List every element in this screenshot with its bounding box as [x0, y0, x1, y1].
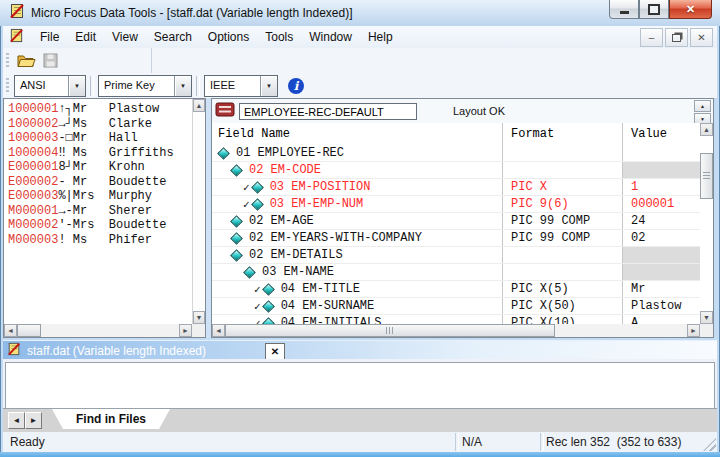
layout-status-label: Layout OK — [453, 105, 505, 117]
scrollbar-corner — [700, 324, 713, 337]
scrollbar-thumb[interactable] — [17, 324, 41, 337]
field-diamond-icon — [262, 300, 275, 313]
field-diamond-icon — [230, 215, 243, 228]
title-bar[interactable]: Micro Focus Data Tools - [staff.dat (Var… — [0, 0, 720, 26]
mdi-close-button[interactable]: ✕ — [690, 28, 713, 47]
chevron-down-icon[interactable]: ▼ — [174, 76, 191, 96]
table-header: Field Name Format Value — [212, 123, 700, 146]
scroll-left-icon: ◄ — [13, 416, 21, 425]
records-horizontal-scrollbar[interactable]: ◄ ► — [4, 324, 192, 337]
field-diamond-icon — [262, 283, 275, 296]
document-tab-bar: staff.dat (Variable length Indexed) ✕ — [3, 340, 717, 360]
save-file-button[interactable] — [38, 50, 62, 71]
charset-combo[interactable]: ANSI ▼ — [14, 75, 86, 97]
key-combo[interactable]: Prime Key ▼ — [98, 75, 192, 97]
scroll-left-icon[interactable]: ◄ — [212, 324, 225, 337]
toolbar-grip[interactable] — [6, 53, 9, 69]
tab-find-in-files[interactable]: Find in Files — [52, 409, 170, 429]
status-separator — [540, 433, 544, 451]
layout-vertical-scrollbar[interactable]: ▲ ▼ — [700, 123, 713, 324]
scroll-right-icon[interactable]: ► — [687, 324, 700, 337]
status-separator — [455, 433, 459, 451]
menu-help[interactable]: Help — [360, 28, 401, 46]
records-vertical-scrollbar[interactable]: ▲ ▼ — [192, 99, 205, 324]
record-row[interactable]: 1000001↑┐MrPlastow — [8, 102, 192, 117]
open-file-button[interactable] — [14, 50, 38, 71]
record-row[interactable]: M000002'-MrsBoudette — [8, 218, 192, 233]
field-row[interactable]: 02 EM-DETAILS — [212, 247, 700, 264]
field-row[interactable]: ✓03 EM-POSITION PIC X1 — [212, 179, 700, 196]
field-row[interactable]: ✓04 EM-SURNAME PIC X(50)Plastow — [212, 298, 700, 315]
record-row[interactable]: 1000003-□MrHall — [8, 131, 192, 146]
tab-scroll-right-button[interactable]: ► — [25, 412, 42, 429]
record-name-input[interactable]: EMPLOYEE-REC-DEFAULT — [239, 103, 417, 120]
column-format[interactable]: Format — [502, 123, 622, 145]
menu-tools[interactable]: Tools — [257, 28, 301, 46]
field-diamond-icon — [230, 232, 243, 245]
document-tab-label[interactable]: staff.dat (Variable length Indexed) — [27, 344, 206, 358]
record-row[interactable]: 1000002→┘MsClarke — [8, 117, 192, 132]
field-row[interactable]: ✓03 EM-EMP-NUM PIC 9(6)000001 — [212, 196, 700, 213]
scroll-up-icon[interactable]: ▲ — [700, 123, 713, 136]
toolbar-grip[interactable] — [6, 78, 9, 94]
layout-pane: EMPLOYEE-REC-DEFAULT Layout OK ▲ ▼ Field… — [211, 98, 714, 338]
menu-view[interactable]: View — [104, 28, 146, 46]
minimize-icon — [620, 11, 629, 14]
field-row[interactable]: 02 EM-AGE PIC 99 COMP24 — [212, 213, 700, 230]
check-icon: ✓ — [243, 181, 250, 194]
app-window: Micro Focus Data Tools - [staff.dat (Var… — [0, 0, 720, 457]
scrollbar-thumb[interactable] — [225, 324, 555, 337]
scroll-up-icon[interactable]: ▲ — [193, 99, 205, 112]
record-row[interactable]: E000002- MrBoudette — [8, 175, 192, 190]
menu-file[interactable]: File — [32, 28, 67, 46]
thumb-grip — [386, 327, 394, 334]
menu-bar: File Edit View Search Options Tools Wind… — [3, 26, 717, 49]
column-value[interactable]: Value — [622, 123, 700, 145]
minimize-button[interactable] — [609, 0, 639, 19]
field-row[interactable]: 02 EM-YEARS-WITH-COMPANY PIC 99 COMP02 — [212, 230, 700, 247]
mdi-restore-button[interactable] — [665, 28, 688, 47]
scroll-left-icon[interactable]: ◄ — [4, 324, 17, 337]
menu-edit[interactable]: Edit — [67, 28, 104, 46]
menu-options[interactable]: Options — [200, 28, 257, 46]
restore-button[interactable] — [639, 0, 669, 19]
chevron-down-icon[interactable]: ▼ — [68, 76, 85, 96]
record-row[interactable]: 1000004‼ MsGriffiths — [8, 146, 192, 161]
record-row[interactable]: M000001→-MrSherer — [8, 204, 192, 219]
resize-grip[interactable] — [703, 438, 716, 451]
field-row[interactable]: 02 EM-CODE — [212, 162, 700, 179]
output-content[interactable] — [5, 362, 715, 408]
field-row[interactable]: ✓04 EM-TITLE PIC X(5)Mr — [212, 281, 700, 298]
field-diamond-icon — [230, 249, 243, 262]
info-icon: i — [294, 79, 299, 93]
field-row[interactable]: 03 EM-NAME — [212, 264, 700, 281]
field-row[interactable]: ✓04 EM-INITIALS PIC X(10)A — [212, 315, 700, 324]
column-field-name[interactable]: Field Name — [212, 123, 502, 145]
toolbar-format: ANSI ▼ Prime Key ▼ IEEE ▼ i — [3, 74, 717, 99]
info-button[interactable]: i — [288, 78, 304, 94]
record-row[interactable]: E000003%|MrsMurphy — [8, 189, 192, 204]
output-tab-strip: ◄ ► Find in Files — [3, 408, 717, 433]
check-icon: ✓ — [254, 283, 261, 296]
record-row[interactable]: E0000018┘MrKrohn — [8, 160, 192, 175]
menu-window[interactable]: Window — [301, 28, 360, 46]
close-button[interactable]: ✕ — [669, 0, 712, 19]
field-row[interactable]: 01 EMPLOYEE-REC — [212, 145, 700, 162]
record-row[interactable]: M000003! MsPhifer — [8, 233, 192, 248]
document-icon[interactable] — [9, 28, 24, 47]
scroll-down-icon[interactable]: ▼ — [700, 311, 713, 324]
scrollbar-corner — [192, 324, 205, 337]
field-diamond-icon — [262, 317, 275, 324]
scroll-down-icon[interactable]: ▼ — [193, 311, 205, 324]
menu-search[interactable]: Search — [146, 28, 200, 46]
document-tab-close-button[interactable]: ✕ — [265, 343, 285, 360]
spinner-up-icon[interactable]: ▲ — [694, 100, 711, 112]
chevron-down-icon[interactable]: ▼ — [260, 76, 277, 96]
mdi-minimize-button[interactable]: – — [640, 28, 663, 47]
tab-scroll-left-button[interactable]: ◄ — [8, 412, 25, 429]
output-panel — [3, 359, 717, 408]
scrollbar-thumb[interactable] — [700, 153, 713, 199]
float-format-combo[interactable]: IEEE ▼ — [204, 75, 278, 97]
scroll-right-icon[interactable]: ► — [179, 324, 192, 337]
layout-horizontal-scrollbar[interactable]: ◄ ► — [212, 324, 700, 337]
